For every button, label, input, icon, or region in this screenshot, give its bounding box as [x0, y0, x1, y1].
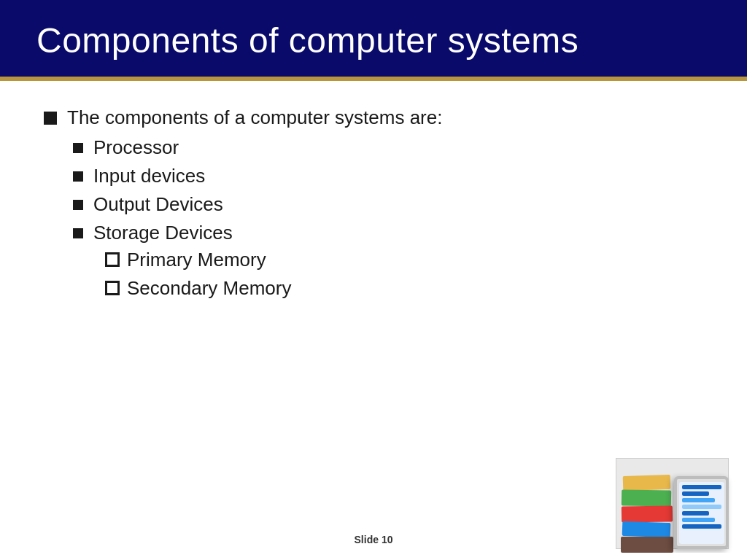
- main-bullet-text: The components of a computer systems are…: [67, 106, 442, 129]
- book-2: [622, 489, 671, 506]
- sub-item-label: Input devices: [93, 165, 205, 187]
- tablet-line: [682, 511, 710, 516]
- slide-number: Slide 10: [355, 534, 393, 545]
- list-item-storage: Storage Devices Primary Memory Secondary…: [73, 222, 703, 306]
- list-item-main: The components of a computer systems are…: [44, 106, 703, 129]
- slide-title: Components of computer systems: [36, 20, 711, 61]
- list-item-processor: Processor: [73, 136, 703, 159]
- book-3: [622, 505, 673, 522]
- list-item-primary: Primary Memory: [105, 249, 291, 271]
- bullet-icon: [44, 112, 57, 125]
- sub-bullet-icon: [73, 228, 83, 238]
- main-list: The components of a computer systems are…: [44, 106, 703, 129]
- sub-list: Processor Input devices Output Devices S…: [73, 136, 703, 306]
- storage-sub-list: Primary Memory Secondary Memory: [105, 249, 291, 300]
- sub-bullet-icon: [73, 143, 83, 153]
- slide: Components of computer systems The compo…: [0, 0, 747, 560]
- list-item-output: Output Devices: [73, 193, 703, 216]
- slide-content: The components of a computer systems are…: [0, 81, 747, 560]
- tablet-line: [682, 518, 716, 522]
- slide-footer: Slide 10: [0, 534, 747, 545]
- tablet-line: [682, 491, 710, 496]
- sub-bullet-icon: [73, 200, 83, 210]
- storage-sub-item-label: Secondary Memory: [127, 277, 291, 300]
- checkbox-icon: [105, 252, 120, 267]
- sub-item-label: Output Devices: [93, 193, 223, 216]
- list-item-input: Input devices: [73, 165, 703, 187]
- slide-header: Components of computer systems: [0, 0, 747, 81]
- list-item-secondary: Secondary Memory: [105, 277, 291, 300]
- sub-bullet-icon: [73, 171, 83, 182]
- sub-item-label: Processor: [93, 136, 179, 159]
- book-1: [623, 475, 671, 491]
- sub-item-label: Storage Devices: [93, 222, 233, 244]
- checkbox-icon: [105, 281, 120, 295]
- tablet-line: [682, 524, 721, 529]
- tablet-line: [682, 485, 721, 489]
- tablet-line: [682, 505, 721, 509]
- tablet-line: [682, 498, 716, 502]
- storage-sub-item-label: Primary Memory: [127, 249, 266, 271]
